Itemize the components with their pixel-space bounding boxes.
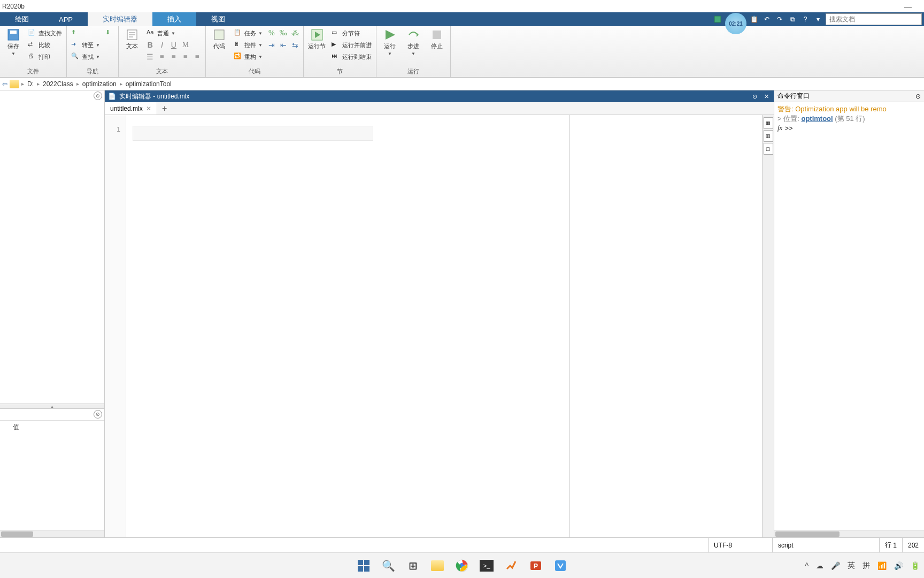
panel-menu-button[interactable]: ⊙ <box>915 93 921 100</box>
command-window-body[interactable]: 警告: Optimization app will be remo > 位置: … <box>774 102 924 530</box>
tab-app[interactable]: APP <box>44 12 88 26</box>
tab-insert[interactable]: 插入 <box>152 12 196 26</box>
align-left-button[interactable]: ≡ <box>168 51 180 63</box>
find-button[interactable]: 🔍查找▼ <box>69 51 102 63</box>
clipboard-icon[interactable]: 📋 <box>749 14 759 25</box>
code-icon <box>213 28 226 41</box>
bold-button[interactable]: B <box>144 39 156 51</box>
style-select[interactable]: Aa普通▼ <box>144 27 203 39</box>
indent-button[interactable]: ⇥ <box>266 39 278 51</box>
tasks-button[interactable]: 📋任务▼ <box>232 27 265 39</box>
find-files-icon: 📄 <box>28 29 36 37</box>
window-icon[interactable]: ⧉ <box>787 14 798 25</box>
cloud-icon[interactable]: ☁ <box>816 561 823 570</box>
tab-drawing[interactable]: 绘图 <box>0 12 44 26</box>
output-inline-button[interactable]: ▦ <box>764 117 773 129</box>
text-button[interactable]: 文本 <box>121 27 143 51</box>
command-prompt[interactable]: fx >> <box>777 124 921 132</box>
lang-indicator[interactable]: 英 <box>848 561 855 571</box>
fx-icon[interactable]: fx <box>777 124 782 132</box>
controls-button[interactable]: 🎚控件▼ <box>232 39 265 51</box>
back-button[interactable]: ⇦ <box>2 80 7 88</box>
compare-button[interactable]: ⇄比较 <box>26 39 64 51</box>
find-files-button[interactable]: 📄查找文件 <box>26 27 64 39</box>
close-button[interactable]: ✕ <box>762 92 771 101</box>
refactor-button[interactable]: 🔁重构▼ <box>232 51 265 63</box>
print-icon: 🖨 <box>28 52 36 61</box>
panel-menu-button[interactable]: ⊙ <box>94 410 102 419</box>
panel-splitter[interactable] <box>0 404 104 409</box>
underline-button[interactable]: U <box>168 39 180 51</box>
wifi-icon[interactable]: 📶 <box>877 561 887 570</box>
run-to-end-button[interactable]: ⏭运行到结束 <box>329 51 374 63</box>
path-seg-1[interactable]: 2022Class <box>42 80 74 88</box>
path-seg-3[interactable]: optimizationTool <box>125 80 173 88</box>
run-button[interactable]: 运行 ▼ <box>379 27 401 57</box>
goto-button[interactable]: ➜转至▼ <box>69 39 102 51</box>
panel-menu-button[interactable]: ⊙ <box>750 92 759 101</box>
nav-up-button[interactable]: ⬆ <box>69 27 102 39</box>
save-icon[interactable] <box>712 14 723 25</box>
path-bar: ⇦ ▸ D: ▸ 2022Class ▸ optimization ▸ opti… <box>0 78 924 90</box>
tab-live-editor[interactable]: 实时编辑器 <box>88 12 152 26</box>
editor-tab[interactable]: untitled.mlx ✕ <box>105 102 157 115</box>
nav-down-button[interactable]: ⬇ <box>103 27 116 39</box>
smart-indent-button[interactable]: ⇆ <box>289 39 301 51</box>
code-button[interactable]: 代码 <box>208 27 230 51</box>
run-advance-button[interactable]: ▶运行并前进 <box>329 39 374 51</box>
scrollbar-horizontal[interactable] <box>774 530 924 537</box>
location-line-num[interactable]: (第 51 行) <box>835 115 865 123</box>
add-tab-button[interactable]: + <box>157 102 172 115</box>
close-icon[interactable]: ✕ <box>146 105 151 112</box>
align-right-button[interactable]: ≡ <box>191 51 203 63</box>
mono-button[interactable]: M <box>180 39 191 51</box>
panel-menu-button[interactable]: ⊙ <box>94 92 102 100</box>
output-right-button[interactable]: ▥ <box>764 130 773 142</box>
titlebar: R2020b — <box>0 0 924 12</box>
italic-button[interactable]: I <box>156 39 168 51</box>
taskbar-terminal[interactable]: >_ <box>476 555 497 576</box>
stop-button[interactable]: 停止 <box>426 27 448 51</box>
taskbar-taskview[interactable]: ⊞ <box>402 555 424 576</box>
print-button[interactable]: 🖨打印 <box>26 51 64 63</box>
uncomment-button[interactable]: ⁂ <box>289 27 301 39</box>
help-icon[interactable]: ? <box>800 14 811 25</box>
taskbar-explorer[interactable] <box>427 555 448 576</box>
scrollbar-horizontal[interactable] <box>0 530 104 537</box>
battery-icon[interactable]: 🔋 <box>911 561 920 570</box>
mic-icon[interactable]: 🎤 <box>831 561 840 570</box>
redo-icon[interactable]: ↷ <box>774 14 785 25</box>
section-break-button[interactable]: ▭分节符 <box>329 27 374 39</box>
taskbar-matlab[interactable] <box>500 555 522 576</box>
taskbar-app[interactable] <box>550 555 571 576</box>
taskbar-powerpoint[interactable]: P <box>525 555 546 576</box>
percent-button[interactable]: % <box>266 27 278 39</box>
ime-indicator[interactable]: 拼 <box>863 561 870 571</box>
run-section-button[interactable]: 运行节 <box>306 27 328 51</box>
location-link[interactable]: optimtool <box>801 115 833 123</box>
chevron-up-icon[interactable]: ^ <box>805 561 808 570</box>
comment-button[interactable]: ‰ <box>278 27 289 39</box>
undo-icon[interactable]: ↶ <box>761 14 772 25</box>
path-seg-2[interactable]: optimization <box>81 80 118 88</box>
list-bullet-button[interactable]: ☰ <box>144 51 156 63</box>
outdent-button[interactable]: ⇤ <box>278 39 289 51</box>
volume-icon[interactable]: 🔊 <box>894 561 903 570</box>
list-number-button[interactable]: ≡ <box>156 51 168 63</box>
align-center-button[interactable]: ≡ <box>180 51 191 63</box>
tab-view[interactable]: 视图 <box>196 12 240 26</box>
folder-icon[interactable] <box>10 80 19 88</box>
minimize-button[interactable]: — <box>900 1 915 12</box>
path-drive[interactable]: D: <box>26 80 35 88</box>
search-docs[interactable] <box>826 13 922 25</box>
code-area[interactable] <box>126 115 569 537</box>
taskbar-start[interactable] <box>353 555 374 576</box>
save-button[interactable]: 保存 ▼ <box>2 27 25 57</box>
taskbar-chrome[interactable] <box>451 555 473 576</box>
output-hide-button[interactable]: ▢ <box>764 143 773 155</box>
code-input-box[interactable] <box>133 126 373 141</box>
chevron-down-icon[interactable]: ▾ <box>813 14 823 25</box>
taskbar-search[interactable]: 🔍 <box>378 555 399 576</box>
search-input[interactable] <box>829 16 918 23</box>
step-button[interactable]: 步进 ▼ <box>402 27 425 57</box>
